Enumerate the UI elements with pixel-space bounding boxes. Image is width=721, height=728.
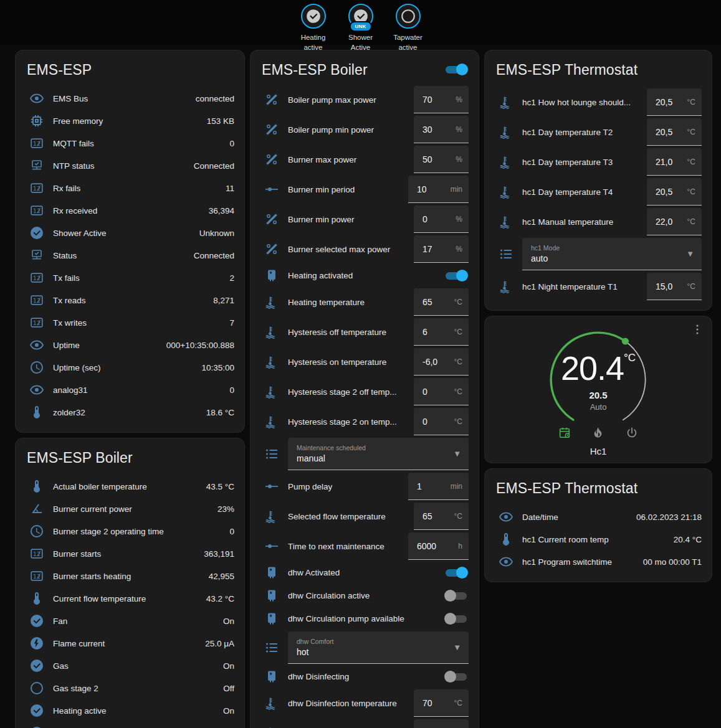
entity-row[interactable]: Actual boiler temperature43.5 °C [26, 475, 234, 498]
entity-row[interactable]: 12Tx reads8,271 [26, 289, 234, 311]
number-input[interactable]: 70% [414, 86, 469, 113]
number-input[interactable]: 6°C [414, 318, 469, 346]
number-input[interactable]: 40°C [414, 719, 469, 728]
entity-row[interactable]: Current flow temperature43.2 °C [26, 587, 234, 610]
entity-row[interactable]: Date/time06.02.2023 21:18 [495, 506, 702, 528]
number-input[interactable]: 6000h [408, 532, 469, 560]
entity-row[interactable]: 12Tx writes7 [26, 311, 234, 334]
card-ems-esp-thermostat-sensors: EMS-ESP Thermostat Date/time06.02.2023 2… [484, 468, 712, 582]
entity-row[interactable]: Heating activeOn [26, 699, 234, 722]
entity-row: hc1 How hot lounge should...20,5°C [495, 87, 702, 117]
svg-text:2: 2 [37, 141, 41, 147]
entity-row[interactable]: analog310 [26, 379, 234, 401]
entity-row[interactable]: 12Rx received36,394 [26, 199, 234, 222]
number-input[interactable]: -6,0°C [414, 348, 469, 376]
entity-row: Selected flow temperature65°C [260, 501, 469, 531]
toggle-switch[interactable] [444, 589, 469, 602]
select-input[interactable]: Maintenance scheduledmanual▼ [288, 438, 469, 470]
entity-row[interactable]: 12Rx fails11 [26, 177, 234, 199]
entity-value: 0 [229, 139, 234, 148]
number-input[interactable]: 65°C [414, 503, 469, 530]
entity-value: Unknown [199, 229, 234, 238]
toggle-switch[interactable] [444, 670, 469, 683]
entity-value: 20.4 °C [674, 535, 702, 544]
hvac-mode-label: Auto [590, 402, 607, 412]
clock-icon [29, 524, 44, 539]
badge-shower-active[interactable]: UNKShowerActive [340, 4, 381, 52]
thermostat-dial[interactable]: 20.4°C 20.5 Auto [545, 326, 652, 433]
entity-row[interactable]: StatusConnected [26, 244, 234, 267]
entity-row[interactable]: 12MQTT fails0 [26, 132, 234, 154]
entity-row[interactable]: EMS Busconnected [26, 87, 234, 110]
number-unit: min [451, 482, 462, 491]
angle-icon [29, 501, 44, 516]
entity-value: 000+10:35:00.888 [166, 341, 234, 350]
entity-row: Hysteresis on temperature-6,0°C [260, 347, 469, 377]
number-input[interactable]: 17% [414, 235, 469, 263]
number-input[interactable]: 21,0°C [647, 148, 702, 176]
entity-row[interactable]: Uptime000+10:35:00.888 [26, 334, 234, 356]
card-header-toggle[interactable] [444, 63, 469, 76]
check-circle-icon [29, 703, 44, 718]
number-input[interactable]: 22,0°C [647, 208, 702, 235]
entity-row[interactable]: 12Burner starts heating42,955 [26, 565, 234, 587]
badge-tapwater-active[interactable]: Tapwateractive [388, 4, 429, 52]
select-label: dhw Comfort [297, 638, 453, 645]
entity-row[interactable]: NTP statusConnected [26, 154, 234, 177]
select-input[interactable]: dhw Comforthot▼ [288, 631, 469, 664]
entity-row[interactable]: Gas stage 2Off [26, 677, 234, 699]
entity-row[interactable]: Flame current25.0 μA [26, 632, 234, 655]
view-header: HeatingactiveUNKShowerActiveTapwateracti… [0, 0, 721, 45]
entity-row[interactable]: hc1 Program switchtime00 mo 00:00 T1 [495, 551, 702, 573]
entity-row: Burner selected max power17% [260, 234, 469, 264]
entity-row[interactable]: zolder3218.6 °C [26, 401, 234, 423]
number-input[interactable]: 15,0°C [647, 273, 702, 300]
temperature-unit: °C [624, 352, 636, 364]
entity-row[interactable]: Uptime (sec)10:35:00 [26, 356, 234, 379]
more-menu-icon[interactable] [690, 323, 704, 336]
check-circle-icon [29, 726, 44, 728]
toggle-switch[interactable] [444, 269, 469, 282]
number-input[interactable]: 70°C [414, 689, 469, 717]
list-icon [264, 640, 279, 655]
number-input[interactable]: 0% [414, 206, 469, 233]
number-input[interactable]: 0°C [414, 408, 469, 435]
card-ems-esp-boiler-controls: EMS-ESP Boiler Boiler pump max power70%B… [250, 50, 479, 728]
entity-label: Current flow temperature [53, 594, 198, 603]
entity-row[interactable]: FanOn [26, 610, 234, 632]
entity-row[interactable]: 12Burner starts363,191 [26, 542, 234, 565]
entity-value: On [223, 661, 234, 671]
number-input[interactable]: 20,5°C [647, 178, 702, 206]
check-circle-icon [29, 225, 44, 240]
entity-row: Burner min period10min [260, 174, 469, 204]
number-input[interactable]: 50% [414, 146, 469, 173]
entity-label: Heating active [53, 706, 214, 716]
entity-value: Connected [194, 251, 234, 260]
entity-row[interactable]: Free memory153 KB [26, 110, 234, 132]
entity-row[interactable]: GasOn [26, 655, 234, 677]
select-input[interactable]: hc1 Modeauto▼ [522, 238, 702, 270]
entity-label: Rx fails [53, 184, 217, 193]
number-input[interactable]: 65°C [414, 288, 469, 316]
badge-heating-active[interactable]: Heatingactive [293, 4, 334, 52]
svg-text:2: 2 [37, 320, 41, 326]
toggle-switch[interactable] [444, 566, 469, 579]
toggle-switch[interactable] [444, 612, 469, 625]
entity-label: dhw Disinfection temperature [288, 699, 405, 708]
number-input[interactable]: 1min [408, 473, 469, 500]
number-input[interactable]: 10min [408, 176, 469, 203]
entity-row: dhw Disinfecting [260, 665, 469, 688]
entity-value: 36,394 [209, 206, 234, 215]
number-input[interactable]: 0°C [414, 378, 469, 405]
coolant-icon [499, 279, 513, 294]
number-value: 22,0 [656, 217, 672, 227]
entity-row[interactable]: 12Tx fails2 [26, 267, 234, 289]
entity-row[interactable]: hc1 Current room temp20.4 °C [495, 528, 702, 551]
entity-row[interactable]: Burner stage 2 operating time0 [26, 520, 234, 542]
entity-row[interactable]: Shower ActiveUnknown [26, 222, 234, 244]
entity-row[interactable]: Heating pumpOn [26, 722, 234, 728]
entity-row[interactable]: Burner current power23% [26, 498, 234, 520]
number-input[interactable]: 30% [414, 116, 469, 143]
number-input[interactable]: 20,5°C [647, 118, 702, 146]
number-input[interactable]: 20,5°C [647, 88, 702, 116]
